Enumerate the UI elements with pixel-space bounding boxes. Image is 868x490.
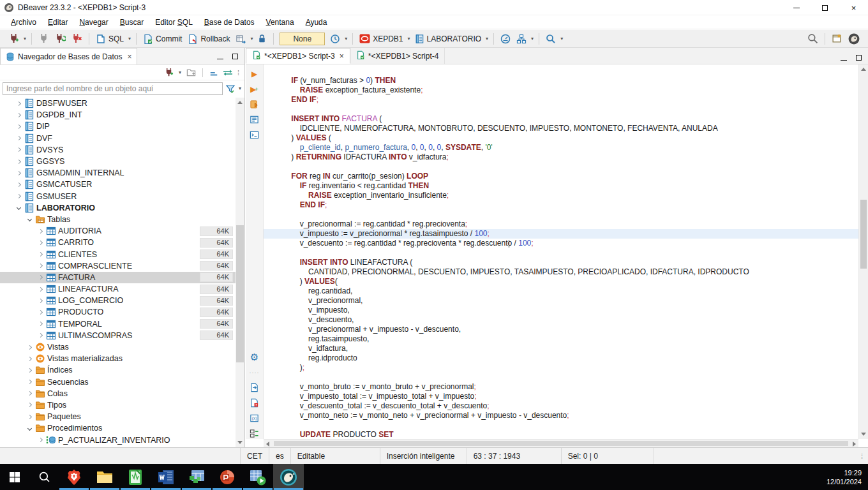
execute-new-tab-button[interactable]: ▶+: [249, 84, 260, 94]
chevron-right-icon[interactable]: [15, 158, 23, 166]
network-config-icon[interactable]: [514, 33, 528, 45]
tree-item-gsmuser[interactable]: GSMUSER: [0, 191, 236, 202]
navigator-maximize-icon[interactable]: [232, 50, 238, 62]
code-line[interactable]: v_precionormal,: [264, 296, 858, 306]
variables-button[interactable]: (x): [249, 413, 260, 424]
tree-item-paquetes[interactable]: Paquetes: [0, 411, 236, 422]
network-dropdown[interactable]: ▾: [530, 36, 534, 41]
chevron-right-icon[interactable]: [15, 145, 23, 154]
nav-new-connection-icon[interactable]: [164, 68, 174, 77]
transaction-dropdown[interactable]: ▾: [250, 36, 253, 41]
connect-button[interactable]: [36, 32, 51, 45]
chevron-down-icon[interactable]: [15, 204, 23, 212]
chevron-right-icon[interactable]: [26, 343, 34, 352]
code-line[interactable]: INSERT INTO FACTURA (: [264, 114, 858, 124]
refresh-dropdown[interactable]: ▾: [344, 36, 348, 41]
tree-item-dgpdb_int[interactable]: DGPDB_INT: [0, 109, 236, 121]
nav-new-folder-icon[interactable]: [186, 68, 196, 77]
chevron-right-icon[interactable]: [36, 227, 45, 235]
tree-item-factura[interactable]: FACTURA64K: [0, 272, 236, 283]
tree-item-procedimientos[interactable]: Procedimientos: [0, 422, 236, 434]
code-line[interactable]: v_monto_bruto := v_monto_bruto + v_preci…: [264, 382, 858, 392]
tree-item-índices[interactable]: Índices: [0, 364, 236, 376]
new-connection-dropdown[interactable]: ▾: [23, 36, 27, 41]
tree-item-dvf[interactable]: DVF: [0, 133, 236, 144]
code-line[interactable]: END IF;: [264, 200, 858, 210]
tab-close-icon[interactable]: ×: [340, 52, 344, 61]
tree-item-gsmadmin_internal[interactable]: GSMADMIN_INTERNAL: [0, 167, 236, 179]
taskbar-app-word[interactable]: [151, 464, 181, 490]
tree-item-vistas materializadas[interactable]: Vistas materializadas: [0, 353, 236, 364]
chevron-right-icon[interactable]: [26, 413, 34, 421]
refresh-history-icon[interactable]: [328, 33, 342, 45]
disconnect-button[interactable]: [70, 32, 84, 45]
more-dots-icon[interactable]: ····: [249, 367, 260, 378]
sql-editor-dropdown[interactable]: ▾: [128, 36, 131, 41]
minimize-button[interactable]: [782, 0, 811, 15]
editor-tab-xepdb1-script-3[interactable]: *<XEPDB1> Script-3×: [246, 48, 350, 64]
tree-item-dbsfwuser[interactable]: DBSFWUSER: [0, 98, 236, 109]
code-line[interactable]: v_precionormal := reg.cantidad * reg.pre…: [264, 219, 858, 229]
code-line[interactable]: v_descuento := reg.cantidad * reg.precio…: [264, 239, 858, 248]
chevron-right-icon[interactable]: [15, 134, 23, 142]
script-log-button[interactable]: [249, 397, 260, 408]
nav-connection-dropdown[interactable]: ▾: [178, 70, 182, 75]
code-line[interactable]: RAISE exception_factura_existente;: [264, 85, 858, 95]
code-line[interactable]: p_cliente_id, p_numero_factura, 0, 0, 0,…: [264, 143, 858, 152]
code-line[interactable]: [264, 420, 858, 430]
connection-dropdown[interactable]: ▾: [407, 36, 411, 41]
code-line[interactable]: CANTIDAD, PRECIONORMAL, DESCUENTO, IMPUE…: [264, 267, 858, 277]
menu-navegar[interactable]: Navegar: [73, 17, 114, 28]
chevron-right-icon[interactable]: [26, 401, 34, 409]
open-window-icon[interactable]: [830, 32, 844, 45]
taskbar-search-icon[interactable]: [29, 464, 59, 490]
tree-item-vistas[interactable]: Vistas: [0, 341, 236, 353]
editor-tab-xepdb1-script-4[interactable]: *<XEPDB1> Script-4: [350, 48, 445, 64]
taskbar-app-notes[interactable]: [120, 464, 151, 490]
taskbar-app-designer[interactable]: [181, 464, 212, 490]
start-button[interactable]: [0, 464, 29, 490]
menu-ventana[interactable]: Ventana: [260, 17, 300, 28]
filter-dropdown[interactable]: ▾: [238, 85, 242, 91]
tree-item-temporal[interactable]: TEMPORAL64K: [0, 318, 236, 330]
code-line[interactable]: [264, 210, 858, 219]
code-line[interactable]: v_descuento,: [264, 315, 858, 325]
tree-item-dvsys[interactable]: DVSYS: [0, 144, 236, 156]
view-menu-icon[interactable]: ⁞: [237, 69, 239, 77]
tx-isolation-combo[interactable]: None: [280, 33, 325, 45]
object-filter-input[interactable]: [3, 82, 223, 95]
search-db-icon[interactable]: [544, 33, 558, 45]
tree-item-carrito[interactable]: CARRITO64K: [0, 237, 236, 248]
chevron-right-icon[interactable]: [36, 436, 45, 444]
tree-item-p_actualizar_inventario[interactable]: P_ACTUALIZAR_INVENTARIO: [0, 434, 236, 445]
chevron-right-icon[interactable]: [26, 389, 34, 397]
chevron-down-icon[interactable]: [26, 424, 34, 433]
commit-button[interactable]: Commit: [141, 33, 184, 45]
execute-statement-button[interactable]: ▶: [249, 68, 260, 79]
new-connection-button[interactable]: [6, 32, 21, 45]
chevron-right-icon[interactable]: [15, 192, 23, 200]
code-line[interactable]: FOR reg IN cur_carrito(p_sesion) LOOP: [264, 172, 858, 181]
taskbar-app-powerpoint[interactable]: [212, 464, 243, 490]
connection-selector[interactable]: XEPDB1: [357, 33, 405, 45]
status-menu-dots-icon[interactable]: ⁞: [856, 448, 868, 464]
chevron-right-icon[interactable]: [15, 169, 23, 177]
code-line[interactable]: reg.cantidad,: [264, 286, 858, 296]
navigator-tab-close-icon[interactable]: ×: [127, 52, 131, 61]
taskbar-app-brave[interactable]: [59, 464, 89, 490]
navigator-minimize-icon[interactable]: [217, 50, 223, 62]
layout-switch-button[interactable]: [249, 428, 260, 439]
reconnect-button[interactable]: [53, 32, 68, 45]
global-search-icon[interactable]: [805, 32, 820, 45]
code-line[interactable]: [264, 248, 858, 258]
navigator-scrollbar[interactable]: [236, 98, 244, 447]
code-line[interactable]: ) VALUES (: [264, 133, 858, 143]
menu-editar[interactable]: Editar: [42, 17, 73, 28]
chevron-down-icon[interactable]: [26, 215, 34, 223]
tree-item-producto[interactable]: PRODUCTO64K: [0, 306, 236, 318]
taskbar-clock[interactable]: 19:29 12/01/2024: [827, 464, 868, 490]
chevron-right-icon[interactable]: [26, 366, 34, 375]
code-line[interactable]: IDCLIENTE, NUMEROFACTURA, MONTOBRUTO, DE…: [264, 124, 858, 133]
search-dropdown[interactable]: ▾: [560, 36, 564, 41]
code-line[interactable]: INSERT INTO LINEAFACTURA (: [264, 258, 858, 267]
